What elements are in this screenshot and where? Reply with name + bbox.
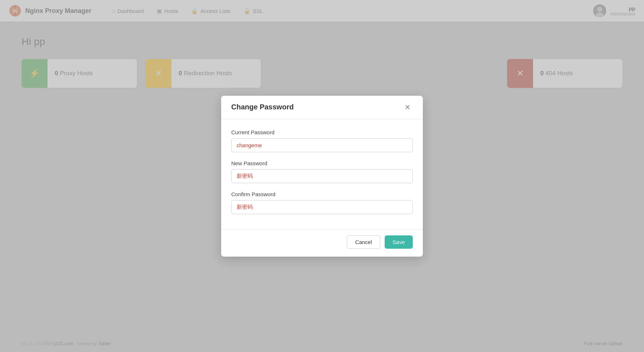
current-password-group: Current Password [231,129,413,152]
modal-body: Current Password New Password Confirm Pa… [221,119,423,229]
modal-header: Change Password ✕ [221,96,423,119]
cancel-button[interactable]: Cancel [347,235,380,249]
confirm-password-input[interactable] [231,200,413,214]
current-password-input[interactable] [231,138,413,152]
modal-close-button[interactable]: ✕ [402,103,413,112]
confirm-password-group: Confirm Password [231,191,413,214]
current-password-label: Current Password [231,129,413,135]
change-password-modal: Change Password ✕ Current Password New P… [221,96,423,257]
modal-overlay: Change Password ✕ Current Password New P… [0,0,644,352]
new-password-label: New Password [231,160,413,166]
modal-footer: Cancel Save [221,229,423,257]
new-password-input[interactable] [231,169,413,183]
confirm-password-label: Confirm Password [231,191,413,197]
new-password-group: New Password [231,160,413,183]
save-button[interactable]: Save [385,235,413,249]
modal-title: Change Password [231,103,294,111]
